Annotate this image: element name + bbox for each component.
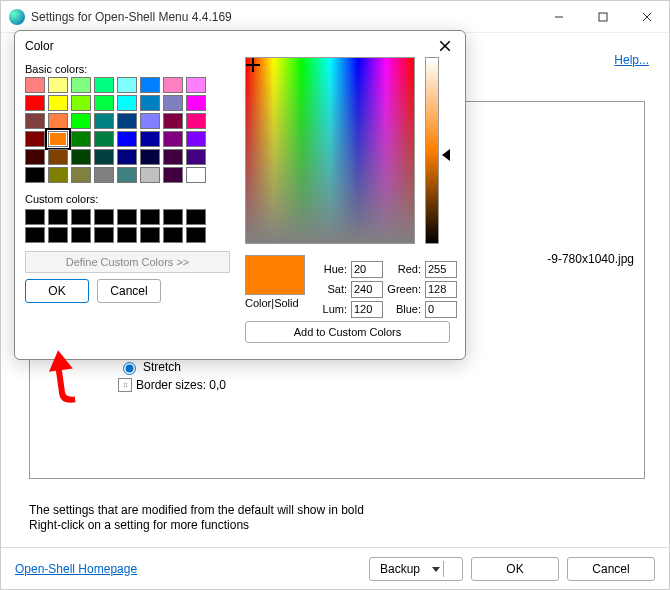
custom-color-swatch[interactable] [163,209,183,225]
hint-line1: The settings that are modified from the … [29,503,364,518]
color-swatch[interactable] [25,167,45,183]
color-swatch[interactable] [48,167,68,183]
red-label: Red: [383,263,421,275]
color-swatch[interactable] [94,95,114,111]
color-swatch[interactable] [163,131,183,147]
color-swatch[interactable] [186,77,206,93]
color-gradient[interactable] [245,57,415,244]
color-swatch[interactable] [25,113,45,129]
color-swatch[interactable] [71,131,91,147]
color-swatch[interactable] [94,131,114,147]
color-swatch[interactable] [25,77,45,93]
custom-color-swatch[interactable] [186,209,206,225]
crosshair-icon [248,60,258,70]
window-controls [537,2,669,32]
dialog-cancel-button[interactable]: Cancel [97,279,161,303]
color-swatch[interactable] [117,167,137,183]
filename-text: -9-780x1040.jpg [547,252,634,266]
color-swatch[interactable] [140,149,160,165]
color-swatch[interactable] [163,167,183,183]
custom-color-swatch[interactable] [94,209,114,225]
color-swatch[interactable] [71,77,91,93]
radio-stretch[interactable] [123,362,136,375]
hue-input[interactable] [351,261,383,278]
dialog-title: Color [25,39,54,53]
custom-color-swatch[interactable] [48,209,68,225]
color-swatch[interactable] [94,167,114,183]
custom-color-swatch[interactable] [71,209,91,225]
hint-line2: Right-click on a setting for more functi… [29,518,364,533]
color-swatch[interactable] [186,167,206,183]
help-link[interactable]: Help... [614,53,649,67]
sat-label: Sat: [315,283,347,295]
green-label: Green: [383,283,421,295]
color-swatch[interactable] [25,95,45,111]
color-swatch[interactable] [140,167,160,183]
color-swatch[interactable] [117,131,137,147]
border-sizes-row[interactable]: ⌗Border sizes: 0,0 [118,376,226,394]
color-swatch[interactable] [140,113,160,129]
homepage-link[interactable]: Open-Shell Homepage [15,562,137,576]
color-swatch[interactable] [48,131,68,147]
define-custom-colors-button[interactable]: Define Custom Colors >> [25,251,230,273]
color-swatch[interactable] [25,131,45,147]
custom-color-swatch[interactable] [117,209,137,225]
border-icon: ⌗ [118,378,132,392]
sat-input[interactable] [351,281,383,298]
color-swatch[interactable] [163,149,183,165]
dialog-close-button[interactable] [435,36,455,56]
lum-input[interactable] [351,301,383,318]
custom-color-swatch[interactable] [48,227,68,243]
color-swatch[interactable] [48,95,68,111]
color-swatch[interactable] [71,149,91,165]
add-to-custom-button[interactable]: Add to Custom Colors [245,321,450,343]
color-swatch[interactable] [117,113,137,129]
color-swatch[interactable] [94,77,114,93]
color-swatch[interactable] [186,113,206,129]
color-swatch[interactable] [163,77,183,93]
blue-input[interactable] [425,301,457,318]
color-swatch[interactable] [48,113,68,129]
color-swatch[interactable] [140,95,160,111]
color-swatch[interactable] [186,95,206,111]
minimize-button[interactable] [537,2,581,32]
color-swatch[interactable] [48,149,68,165]
color-swatch[interactable] [117,77,137,93]
close-button[interactable] [625,2,669,32]
luminance-strip[interactable] [425,57,439,244]
color-swatch[interactable] [140,77,160,93]
color-swatch[interactable] [163,95,183,111]
dialog-ok-button[interactable]: OK [25,279,89,303]
hint-text: The settings that are modified from the … [29,503,364,533]
color-swatch[interactable] [140,131,160,147]
color-swatch[interactable] [186,131,206,147]
color-solid-label: Color|Solid [245,297,299,309]
main-cancel-button[interactable]: Cancel [567,557,655,581]
custom-color-swatch[interactable] [25,227,45,243]
radio-stretch-row[interactable]: Stretch [118,358,226,376]
custom-color-swatch[interactable] [117,227,137,243]
custom-color-swatch[interactable] [140,209,160,225]
green-input[interactable] [425,281,457,298]
color-swatch[interactable] [94,149,114,165]
custom-color-swatch[interactable] [186,227,206,243]
custom-color-swatch[interactable] [163,227,183,243]
backup-button[interactable]: Backup [369,557,463,581]
color-swatch[interactable] [117,149,137,165]
maximize-button[interactable] [581,2,625,32]
color-swatch[interactable] [71,95,91,111]
color-swatch[interactable] [94,113,114,129]
color-swatch[interactable] [186,149,206,165]
red-input[interactable] [425,261,457,278]
color-swatch[interactable] [163,113,183,129]
color-swatch[interactable] [71,113,91,129]
color-swatch[interactable] [25,149,45,165]
color-swatch[interactable] [71,167,91,183]
custom-color-swatch[interactable] [94,227,114,243]
custom-color-swatch[interactable] [71,227,91,243]
color-swatch[interactable] [117,95,137,111]
main-ok-button[interactable]: OK [471,557,559,581]
custom-color-swatch[interactable] [140,227,160,243]
color-swatch[interactable] [48,77,68,93]
custom-color-swatch[interactable] [25,209,45,225]
